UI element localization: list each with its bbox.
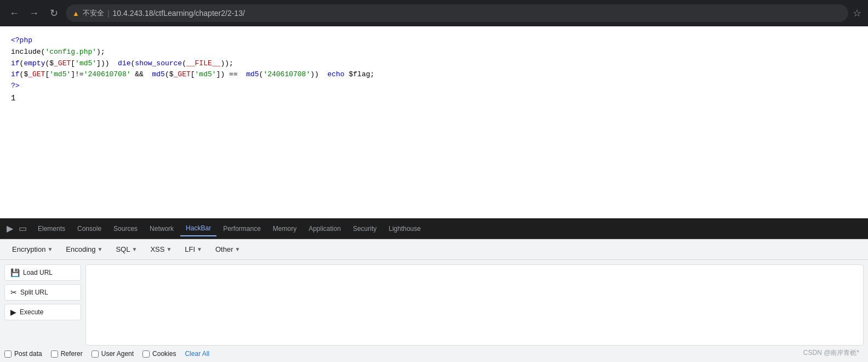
csdn-watermark: CSDN @南岸青栀* — [803, 348, 859, 358]
code-line-4: if($_GET['md5']!='240610708' && md5($_GE… — [11, 69, 857, 81]
split-url-button[interactable]: ✂ Split URL — [4, 284, 81, 301]
bookmark-button[interactable]: ☆ — [853, 7, 861, 19]
hackbar-body: 💾 Load URL ✂ Split URL ▶ Execute — [0, 260, 868, 350]
cookies-checkbox[interactable] — [142, 350, 150, 358]
insecure-label: 不安全 — [83, 8, 104, 18]
cookies-checkbox-group[interactable]: Cookies — [142, 350, 176, 358]
device-icon[interactable]: ▭ — [16, 221, 29, 236]
hackbar-panel: Encryption ▼ Encoding ▼ SQL ▼ XSS ▼ LFI … — [0, 239, 868, 362]
menu-lfi[interactable]: LFI ▼ — [179, 243, 208, 256]
url-input[interactable] — [85, 264, 864, 346]
encoding-arrow: ▼ — [98, 246, 103, 252]
warning-icon: ▲ — [72, 9, 79, 18]
browser-chrome: ← → ↻ ▲ 不安全 | 10.4.243.18/ctfLearning/ch… — [0, 0, 868, 26]
tab-sources[interactable]: Sources — [108, 222, 143, 236]
menu-sql[interactable]: SQL ▼ — [110, 243, 142, 256]
url-text: 10.4.243.18/ctfLearning/chapter2/2-13/ — [113, 9, 245, 18]
devtools-panel: ▶ ▭ Elements Console Sources Network Hac… — [0, 218, 868, 362]
hackbar-menu-bar: Encryption ▼ Encoding ▼ SQL ▼ XSS ▼ LFI … — [0, 239, 868, 260]
encryption-arrow: ▼ — [47, 246, 53, 252]
code-line-2: include('config.php'); — [11, 47, 857, 58]
execute-icon: ▶ — [10, 308, 16, 316]
execute-button[interactable]: ▶ Execute — [4, 304, 81, 320]
load-url-icon: 💾 — [10, 268, 20, 277]
address-bar[interactable]: ▲ 不安全 | 10.4.243.18/ctfLearning/chapter2… — [66, 4, 848, 22]
devtools-tab-bar: ▶ ▭ Elements Console Sources Network Hac… — [0, 218, 868, 239]
lfi-arrow: ▼ — [197, 246, 202, 252]
referer-checkbox-group[interactable]: Referer — [51, 350, 83, 358]
tab-memory[interactable]: Memory — [267, 222, 302, 236]
post-data-checkbox-group[interactable]: Post data — [4, 350, 42, 358]
clear-all-button[interactable]: Clear All — [185, 350, 209, 358]
devtools-icon-group: ▶ ▭ — [4, 221, 29, 236]
tab-console[interactable]: Console — [72, 222, 107, 236]
tab-network[interactable]: Network — [144, 222, 179, 236]
user-agent-checkbox-group[interactable]: User Agent — [92, 350, 134, 358]
tab-lighthouse[interactable]: Lighthouse — [383, 222, 426, 236]
forward-button[interactable]: → — [26, 5, 42, 21]
reload-button[interactable]: ↻ — [46, 5, 61, 21]
back-button[interactable]: ← — [7, 5, 22, 21]
menu-encoding[interactable]: Encoding ▼ — [60, 243, 108, 256]
menu-other[interactable]: Other ▼ — [210, 243, 245, 256]
tab-hackbar[interactable]: HackBar — [180, 221, 216, 236]
load-url-button[interactable]: 💾 Load URL — [4, 264, 81, 281]
menu-xss[interactable]: XSS ▼ — [145, 243, 177, 256]
xss-arrow: ▼ — [166, 246, 172, 252]
referer-checkbox[interactable] — [51, 350, 58, 358]
tab-application[interactable]: Application — [303, 222, 346, 236]
code-line-1: <?php — [11, 35, 857, 47]
tab-security[interactable]: Security — [347, 222, 382, 236]
user-agent-checkbox[interactable] — [92, 350, 99, 358]
sql-arrow: ▼ — [132, 246, 137, 252]
code-line-3: if(empty($_GET['md5'])) die(show_source(… — [11, 58, 857, 70]
page-content: <?php include('config.php'); if(empty($_… — [0, 26, 868, 218]
code-line-5: ?> — [11, 81, 857, 92]
tab-elements[interactable]: Elements — [32, 222, 71, 236]
other-arrow: ▼ — [235, 246, 241, 252]
post-data-checkbox[interactable] — [4, 350, 12, 358]
separator: | — [107, 9, 110, 18]
code-line-6: 1 — [11, 92, 857, 105]
split-url-icon: ✂ — [10, 288, 17, 297]
hackbar-buttons: 💾 Load URL ✂ Split URL ▶ Execute — [4, 264, 81, 346]
menu-encryption[interactable]: Encryption ▼ — [7, 243, 58, 256]
tab-performance[interactable]: Performance — [218, 222, 266, 236]
hackbar-footer: Post data Referer User Agent Cookies Cle… — [0, 350, 868, 362]
inspect-icon[interactable]: ▶ — [4, 221, 15, 236]
